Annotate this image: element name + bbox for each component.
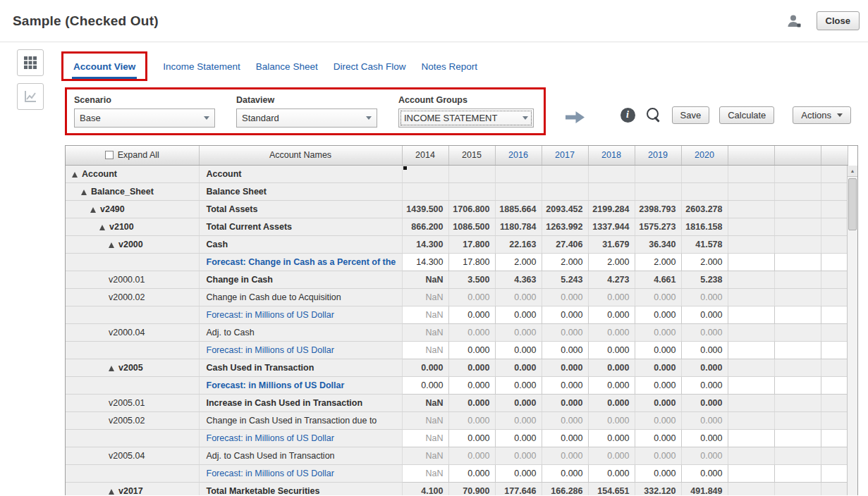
- collapse-triangle-icon[interactable]: [99, 225, 105, 230]
- actions-button[interactable]: Actions: [793, 106, 851, 124]
- value-cell[interactable]: 0.000: [495, 376, 542, 394]
- value-cell[interactable]: 0.000: [448, 429, 495, 447]
- scroll-up-arrow-icon[interactable]: ▲: [848, 166, 857, 177]
- year-header-2017[interactable]: 2017: [542, 146, 588, 165]
- account-name-cell[interactable]: Forecast: in Millions of US Dollar: [199, 341, 402, 359]
- value-cell[interactable]: 2.000: [588, 253, 635, 271]
- value-cell[interactable]: NaN: [402, 464, 448, 482]
- account-groups-value: INCOME STATEMENT: [404, 113, 497, 123]
- tab-account-view[interactable]: Account View: [72, 61, 137, 79]
- value-cell[interactable]: 0.000: [635, 376, 681, 394]
- value-cell[interactable]: 0.000: [448, 376, 495, 394]
- vertical-scrollbar[interactable]: ▲: [847, 166, 857, 495]
- value-cell[interactable]: 0.000: [542, 464, 588, 482]
- value-cell[interactable]: [774, 464, 821, 482]
- value-cell[interactable]: NaN: [402, 341, 448, 359]
- value-cell[interactable]: 0.000: [681, 306, 728, 323]
- value-cell[interactable]: 0.000: [448, 306, 495, 323]
- value-cell[interactable]: 0.000: [588, 306, 635, 323]
- year-header-2016[interactable]: 2016: [495, 146, 542, 165]
- value-cell[interactable]: 0.000: [635, 464, 681, 482]
- tab-direct-cash-flow[interactable]: Direct Cash Flow: [334, 61, 406, 72]
- account-code: v2000: [118, 240, 143, 249]
- value-cell[interactable]: 0.000: [681, 429, 728, 447]
- value-cell[interactable]: [728, 429, 774, 447]
- close-button[interactable]: Close: [817, 11, 860, 30]
- value-cell[interactable]: [728, 306, 774, 323]
- info-icon[interactable]: i: [621, 108, 635, 123]
- value-cell[interactable]: 2.000: [495, 253, 542, 271]
- value-cell[interactable]: [774, 253, 821, 271]
- chart-view-button[interactable]: [17, 83, 44, 110]
- value-cell[interactable]: 0.000: [495, 306, 542, 323]
- value-cell: 0.000: [448, 359, 495, 376]
- value-cell[interactable]: 0.000: [635, 306, 681, 323]
- value-cell[interactable]: 0.000: [542, 306, 588, 323]
- dataview-select[interactable]: Standard: [236, 108, 377, 128]
- account-name-cell[interactable]: Forecast: Change in Cash as a Percent of…: [199, 253, 402, 271]
- tab-income-statement[interactable]: Income Statement: [163, 61, 240, 72]
- value-cell[interactable]: NaN: [402, 306, 448, 323]
- tab-notes-report[interactable]: Notes Report: [421, 61, 477, 72]
- value-cell[interactable]: [774, 306, 821, 323]
- year-header-2018[interactable]: 2018: [588, 146, 635, 165]
- value-cell[interactable]: 0.000: [681, 464, 728, 482]
- value-cell[interactable]: 0.000: [448, 464, 495, 482]
- value-cell[interactable]: 14.300: [402, 253, 448, 271]
- value-cell[interactable]: 0.000: [495, 341, 542, 359]
- value-cell[interactable]: 0.000: [542, 341, 588, 359]
- collapse-triangle-icon[interactable]: [81, 190, 87, 195]
- value-cell[interactable]: [774, 341, 821, 359]
- account-name-cell[interactable]: Forecast: in Millions of US Dollar: [199, 464, 402, 482]
- tab-balance-sheet[interactable]: Balance Sheet: [256, 61, 318, 72]
- expand-all-checkbox[interactable]: [105, 151, 114, 159]
- value-cell[interactable]: 0.000: [588, 341, 635, 359]
- value-cell[interactable]: 2.000: [635, 253, 681, 271]
- value-cell[interactable]: 0.000: [681, 341, 728, 359]
- account-name-cell[interactable]: Forecast: in Millions of US Dollar: [199, 306, 402, 323]
- search-icon[interactable]: [645, 106, 662, 123]
- value-cell[interactable]: 0.000: [635, 341, 681, 359]
- collapse-triangle-icon[interactable]: [72, 172, 78, 178]
- collapse-triangle-icon[interactable]: [109, 366, 114, 371]
- go-arrow-icon[interactable]: [566, 111, 585, 123]
- scrollbar-thumb[interactable]: [848, 178, 857, 230]
- collapse-triangle-icon[interactable]: [109, 489, 114, 495]
- collapse-triangle-icon[interactable]: [90, 207, 96, 213]
- calculate-button[interactable]: Calculate: [719, 106, 774, 124]
- value-cell: 0.000: [588, 394, 635, 411]
- scenario-select[interactable]: Base: [74, 108, 215, 128]
- save-button[interactable]: Save: [672, 106, 710, 124]
- grid-view-button[interactable]: [17, 49, 44, 76]
- account-code: v2005.04: [109, 451, 145, 461]
- year-header-2020[interactable]: 2020: [681, 146, 728, 165]
- account-name-cell[interactable]: Forecast: in Millions of US Dollar: [199, 429, 402, 447]
- value-cell[interactable]: 0.000: [495, 464, 542, 482]
- value-cell[interactable]: 0.000: [448, 341, 495, 359]
- value-cell[interactable]: NaN: [402, 429, 448, 447]
- value-cell[interactable]: 0.000: [495, 429, 542, 447]
- year-header-2019[interactable]: 2019: [635, 146, 681, 165]
- value-cell[interactable]: 2.000: [542, 253, 588, 271]
- value-cell[interactable]: [728, 376, 774, 394]
- value-cell[interactable]: [774, 429, 821, 447]
- value-cell[interactable]: 0.000: [681, 376, 728, 394]
- value-cell[interactable]: 0.000: [588, 429, 635, 447]
- value-cell[interactable]: 0.000: [542, 429, 588, 447]
- extra-column-header: [774, 146, 821, 165]
- collapse-triangle-icon[interactable]: [109, 242, 114, 248]
- account-groups-select[interactable]: INCOME STATEMENT: [398, 108, 534, 128]
- value-cell[interactable]: 0.000: [542, 376, 588, 394]
- value-cell[interactable]: [728, 341, 774, 359]
- chevron-down-icon: [837, 113, 843, 117]
- value-cell[interactable]: 2.000: [681, 253, 728, 271]
- value-cell[interactable]: 17.800: [448, 253, 495, 271]
- value-cell[interactable]: [728, 253, 774, 271]
- value-cell[interactable]: [728, 464, 774, 482]
- value-cell[interactable]: 0.000: [402, 376, 448, 394]
- value-cell[interactable]: 0.000: [635, 429, 681, 447]
- value-cell[interactable]: 0.000: [588, 376, 635, 394]
- value-cell[interactable]: [774, 376, 821, 394]
- account-name-cell[interactable]: Forecast: in Millions of US Dollar: [199, 376, 402, 394]
- value-cell[interactable]: 0.000: [588, 464, 635, 482]
